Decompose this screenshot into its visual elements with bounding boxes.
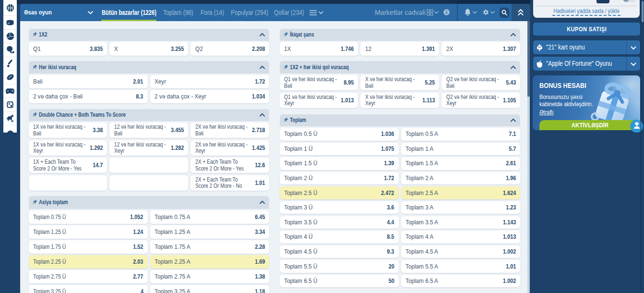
svg-text:21: 21 [538,45,541,48]
